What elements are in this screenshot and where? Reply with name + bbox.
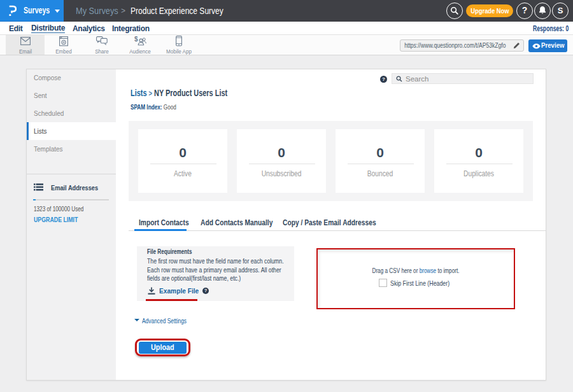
svg-text:$: $ (134, 36, 138, 43)
